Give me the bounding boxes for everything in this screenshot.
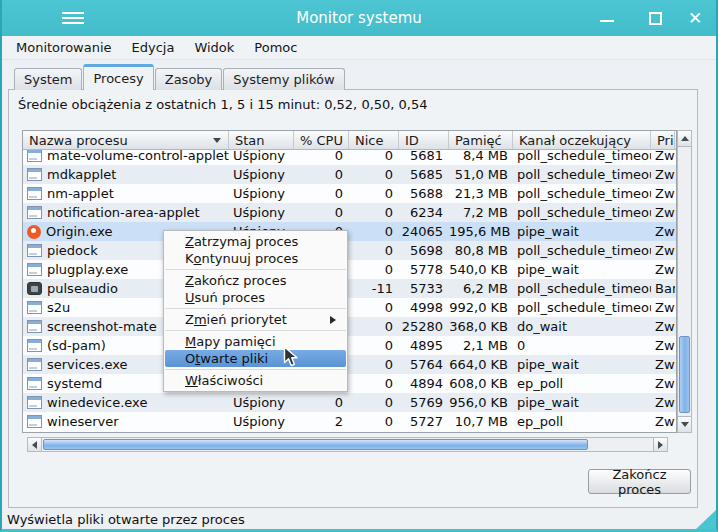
process-row-sd-pam[interactable]: (sd-pam)Uśpiony0048952,1 MB0Zwykły — [23, 336, 676, 355]
cell-wchan: poll_schedule_timeout — [513, 205, 651, 220]
scroll-up-button[interactable] — [678, 131, 691, 147]
titlebar: Monitor systemu ✕ — [0, 0, 718, 36]
cell-id: 5778 — [399, 262, 449, 277]
process-row-systemd[interactable]: systemdUśpiony004894608,0 KBep_pollZwykł… — [23, 374, 676, 393]
window-icon — [27, 377, 42, 390]
tab-system[interactable]: System — [14, 68, 82, 90]
scroll-right-button[interactable] — [653, 438, 667, 451]
process-row-s2u[interactable]: s2uUśpiony004998992,0 KBpoll_schedule_ti… — [23, 298, 676, 317]
cell-nice: 0 — [349, 357, 399, 372]
cell-id: 4895 — [399, 338, 449, 353]
column-header-cpu[interactable]: % CPU — [294, 131, 349, 149]
context-menu-item-kontynuuj-proces[interactable]: Kontynuuj proces — [164, 250, 347, 267]
resize-grip[interactable] — [696, 510, 716, 529]
close-icon: ✕ — [688, 10, 702, 27]
column-header-id[interactable]: ID — [399, 131, 449, 149]
cell-priority: Zwykły — [651, 186, 675, 201]
cell-priority: Zwykły — [651, 319, 675, 334]
column-header-nazwa-procesu[interactable]: Nazwa procesu — [23, 131, 229, 149]
column-header-priorytet[interactable]: Priorytet — [651, 131, 675, 149]
cell-wchan: pipe_wait — [513, 224, 651, 239]
cell-priority: Zwykły — [651, 243, 675, 258]
context-menu-item-zakoncz-proces[interactable]: Zakończ proces — [164, 272, 347, 289]
statusbar: Wyświetla pliki otwarte przez proces — [2, 509, 716, 529]
menubar-item-widok[interactable]: Widok — [184, 37, 244, 58]
cell-memory: 2,1 MB — [449, 338, 513, 353]
cell-name: nm-applet — [23, 186, 229, 201]
process-row-notification-area-applet[interactable]: notification-area-appletUśpiony0062347,2… — [23, 203, 676, 222]
cell-wchan: poll_schedule_timeout — [513, 186, 651, 201]
process-row-wineserver[interactable]: wineserverUśpiony20572710,7 MBep_pollZwy… — [23, 412, 676, 431]
context-menu-item-zatrzymaj-proces[interactable]: Zatrzymaj proces — [164, 233, 347, 250]
cell-priority: Zwykły — [651, 376, 675, 391]
end-process-button[interactable]: Zakończ proces — [588, 469, 691, 494]
column-header-stan[interactable]: Stan — [229, 131, 294, 149]
vertical-scrollbar-thumb[interactable] — [679, 336, 690, 413]
process-row-winedevice-exe[interactable]: winedevice.exeUśpiony005769956,0 KBpipe_… — [23, 393, 676, 412]
process-row-services-exe[interactable]: services.exeUśpiony005764664,0 KBpipe_wa… — [23, 355, 676, 374]
window-icon — [27, 320, 42, 333]
cell-name: wineserver — [23, 414, 229, 429]
cell-priority: Zwykły — [651, 262, 675, 277]
menubar-item-edycja[interactable]: Edycja — [122, 37, 185, 58]
tab-zasoby[interactable]: Zasoby — [155, 68, 223, 90]
cell-nice: 0 — [349, 338, 399, 353]
process-row-mdkapplet[interactable]: mdkappletUśpiony00568551,0 MBpoll_schedu… — [23, 165, 676, 184]
menubar-item-pomoc[interactable]: Pomoc — [244, 37, 307, 58]
column-header-kana-oczekujacy[interactable]: Kanał oczekujący — [513, 131, 651, 149]
process-name: nm-applet — [47, 186, 114, 201]
process-name: systemd — [47, 376, 102, 391]
tab-systemy-plikow[interactable]: Systemy plików — [223, 68, 344, 90]
process-row-origin-exe[interactable]: Origin.exeUśpiony0024065195,6 MBpipe_wai… — [23, 222, 676, 241]
process-row-nm-applet[interactable]: nm-appletUśpiony00568821,3 MBpoll_schedu… — [23, 184, 676, 203]
hamburger-menu-icon[interactable] — [62, 12, 84, 24]
horizontal-scrollbar-thumb[interactable] — [43, 439, 588, 450]
scroll-down-button[interactable] — [678, 416, 691, 432]
context-menu-item-w-asciwosci[interactable]: Właściwości — [164, 372, 347, 389]
origin-icon — [27, 225, 41, 239]
cell-memory: 6,2 MB — [449, 281, 513, 296]
cell-priority: Zwykły — [651, 224, 675, 239]
cell-wchan: ep_poll — [513, 376, 651, 391]
column-header-label: Stan — [235, 133, 293, 148]
tab-procesy[interactable]: Procesy — [83, 64, 153, 90]
context-menu-item-zmien-priorytet[interactable]: Zmień priorytet — [164, 311, 347, 328]
close-button[interactable]: ✕ — [680, 0, 710, 36]
cell-name: notification-area-applet — [23, 205, 229, 220]
process-row-pulseaudio[interactable]: pulseaudioUśpiony0-1157336,2 MBpoll_sche… — [23, 279, 676, 298]
cell-id: 5727 — [399, 414, 449, 429]
window-icon — [27, 396, 42, 409]
context-menu-item-mapy-pamieci[interactable]: Mapy pamięci — [164, 333, 347, 350]
process-row-plugplay-exe[interactable]: plugplay.exeUśpiony005778540,0 KBpipe_wa… — [23, 260, 676, 279]
context-menu: Zatrzymaj procesKontynuuj procesZakończ … — [163, 230, 348, 392]
cell-memory: 368,0 KB — [449, 319, 513, 334]
process-row-screenshot-mate[interactable]: screenshot-mateUśpiony0025280368,0 KBdo_… — [23, 317, 676, 336]
cell-state: Uśpiony — [229, 186, 294, 201]
column-header-pamiec[interactable]: Pamięć — [449, 131, 513, 149]
process-row-piedock[interactable]: piedockUśpiony00569880,8 MBpoll_schedule… — [23, 241, 676, 260]
cell-memory: 664,0 KB — [449, 357, 513, 372]
cell-priority: Zwykły — [651, 357, 675, 372]
maximize-button[interactable] — [640, 0, 670, 36]
cell-wchan: ep_poll — [513, 414, 651, 429]
system-monitor-window: Monitor systemu ✕ MonitorowanieEdycjaWid… — [0, 0, 718, 532]
menubar-item-monitorowanie[interactable]: Monitorowanie — [6, 37, 122, 58]
window-icon — [27, 168, 42, 181]
cell-id: 6234 — [399, 205, 449, 220]
cell-nice: 0 — [349, 376, 399, 391]
cell-memory: 8,4 MB — [449, 150, 513, 163]
column-header-label: ID — [405, 133, 448, 148]
context-menu-item-usun-proces[interactable]: Usuń proces — [164, 289, 347, 306]
menu-separator — [165, 308, 346, 309]
process-name: pulseaudio — [47, 281, 118, 296]
column-header-nice[interactable]: Nice — [349, 131, 399, 149]
context-menu-item-otwarte-pliki[interactable]: Otwarte pliki — [165, 350, 346, 367]
horizontal-scrollbar[interactable] — [27, 437, 668, 452]
minimize-button[interactable] — [592, 0, 622, 36]
process-row-mate-volume-control-applet[interactable]: mate-volume-control-appletUśpiony0056818… — [23, 150, 676, 165]
maximize-icon — [649, 12, 662, 25]
vertical-scrollbar[interactable] — [677, 130, 692, 433]
scroll-left-button[interactable] — [28, 438, 42, 451]
table-header: Nazwa procesuStan% CPUNiceIDPamięćKanał … — [23, 131, 676, 150]
process-name: Origin.exe — [46, 224, 113, 239]
